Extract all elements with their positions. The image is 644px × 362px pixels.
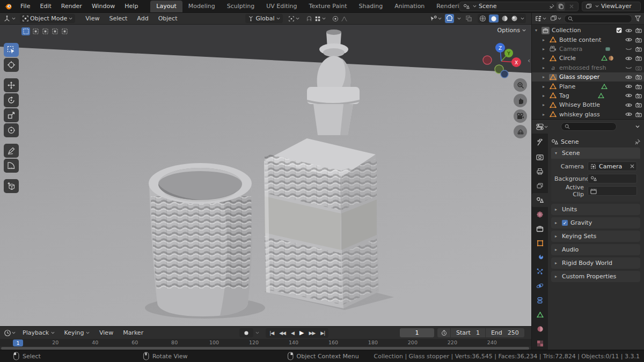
display-mode-dropdown[interactable] (549, 14, 562, 23)
outliner-item-row[interactable]: ▸whiskey glass (532, 110, 644, 119)
editor-type-3d-viewport-icon[interactable] (2, 14, 17, 23)
proportional-editing-icon[interactable] (331, 14, 340, 23)
properties-tab-object-data[interactable] (532, 308, 548, 322)
current-frame-marker[interactable]: 1 (13, 339, 23, 346)
rotate-tool-button[interactable] (4, 93, 19, 107)
zoom-button[interactable] (514, 78, 527, 92)
properties-search-input[interactable] (561, 122, 617, 131)
outliner-item-row[interactable]: ▸Bottle content (532, 35, 644, 44)
snap-magnet-icon[interactable] (305, 14, 313, 23)
outliner-search-input[interactable] (564, 14, 632, 23)
outliner-item-label[interactable]: Whisey Bottle (559, 101, 625, 108)
menu-window[interactable]: Window (87, 3, 120, 10)
shading-material-icon[interactable] (501, 15, 508, 22)
transform-tool-button[interactable] (4, 123, 19, 137)
properties-tab-collection[interactable] (532, 221, 548, 235)
timeline-menu-playback[interactable]: Playback (18, 329, 60, 336)
jump-start-button[interactable]: |◀ (267, 330, 276, 336)
field-value[interactable]: Camera (588, 161, 637, 171)
properties-tab-physics[interactable] (532, 279, 548, 293)
shading-wireframe-icon[interactable] (479, 15, 486, 22)
properties-tab-particles[interactable] (532, 265, 548, 279)
end-frame-field[interactable]: End250 (486, 328, 524, 337)
annotate-tool-button[interactable] (4, 144, 19, 158)
prev-keyframe-button[interactable]: ◀◀ (276, 330, 288, 336)
outliner-item-row[interactable]: ▸Glass stopper (532, 72, 644, 82)
properties-tab-constraints[interactable] (532, 293, 548, 307)
select-mode-new-icon[interactable] (21, 27, 30, 35)
disclosure-collapsed-icon[interactable]: ▸ (543, 47, 549, 51)
camera-view-button[interactable] (514, 109, 527, 123)
disclosure-collapsed-icon[interactable]: ▸ (543, 56, 549, 61)
render-camera-icon[interactable] (635, 65, 642, 71)
properties-tab-modifiers[interactable] (532, 250, 548, 264)
timeline-menu-marker[interactable]: Marker (118, 329, 148, 336)
editor-type-outliner-icon[interactable] (534, 14, 547, 23)
start-frame-field[interactable]: Start1 (451, 328, 485, 337)
outliner-item-row[interactable]: ▸Circle (532, 54, 644, 63)
cursor-tool-button[interactable] (4, 58, 19, 72)
shading-dropdown[interactable] (521, 17, 524, 20)
viewlayer-selector[interactable]: ViewLayer (582, 2, 641, 11)
render-camera-icon[interactable] (635, 84, 642, 90)
jump-end-button[interactable]: ▶| (318, 330, 327, 336)
show-overlays-toggle[interactable] (445, 14, 454, 23)
eye-open-icon[interactable] (625, 28, 632, 33)
properties-tab-object[interactable] (532, 236, 548, 250)
pivot-point-dropdown[interactable] (287, 14, 301, 23)
menu-help[interactable]: Help (120, 3, 143, 10)
workspace-tab-modeling[interactable]: Modeling (182, 1, 221, 12)
auto-keying-record-button[interactable] (239, 328, 253, 337)
mode-selector[interactable]: Object Mode (20, 14, 75, 23)
eye-open-icon[interactable] (625, 102, 632, 108)
overlays-dropdown[interactable] (456, 14, 462, 23)
panel-header[interactable]: ▸Audio (551, 244, 640, 255)
viewport-options-dropdown[interactable]: Options (497, 27, 526, 34)
eye-open-icon[interactable] (625, 37, 632, 42)
properties-options-dropdown[interactable] (634, 122, 641, 131)
eye-closed-icon[interactable] (625, 46, 632, 51)
eye-open-icon[interactable] (625, 84, 632, 89)
eye-open-icon[interactable] (625, 112, 632, 117)
panel-header[interactable]: ▸✓Gravity (551, 217, 640, 228)
snap-settings-dropdown[interactable] (313, 14, 327, 23)
exclude-checkbox[interactable] (616, 27, 622, 33)
outliner-item-row[interactable]: ▸Whisey Bottle (532, 100, 644, 109)
menu-render[interactable]: Render (56, 3, 87, 10)
play-button[interactable]: ▶ (297, 329, 306, 336)
select-box-tool-button[interactable] (4, 43, 19, 57)
pan-hand-button[interactable] (514, 94, 527, 107)
new-scene-button[interactable] (557, 2, 565, 11)
panel-header[interactable]: ▸Units (551, 204, 640, 215)
viewport-menu-object[interactable]: Object (153, 15, 182, 22)
filter-icon[interactable] (634, 14, 642, 23)
editor-type-properties-icon[interactable] (535, 122, 549, 131)
measure-tool-button[interactable] (4, 159, 19, 173)
pin-icon[interactable] (549, 4, 554, 9)
disclosure-collapsed-icon[interactable]: ▸ (543, 75, 549, 79)
disclosure-expanded-icon[interactable]: ▾ (535, 28, 541, 33)
render-camera-icon[interactable] (635, 27, 642, 33)
disclosure-collapsed-icon[interactable]: ▸ (543, 84, 549, 89)
transform-orientation-dropdown[interactable]: Global (245, 14, 282, 23)
eye-closed-icon[interactable] (625, 65, 632, 70)
outliner-item-label[interactable]: Glass stopper (559, 73, 625, 80)
outliner-item-row[interactable]: ▸Plane (532, 82, 644, 91)
render-camera-icon[interactable] (635, 55, 642, 61)
outliner-item-row[interactable]: ▸Camera (532, 45, 644, 54)
select-mode-subtract-icon[interactable] (41, 27, 49, 35)
viewport-menu-add[interactable]: Add (132, 15, 153, 22)
shading-rendered-icon[interactable] (511, 15, 518, 22)
render-camera-icon[interactable] (635, 93, 642, 99)
viewport-3d[interactable]: Options Z Y X ‹ (0, 25, 531, 326)
scene-selector[interactable]: Scene (459, 2, 579, 11)
shading-solid-icon[interactable] (489, 14, 499, 23)
panel-header[interactable]: ▸Keying Sets (551, 231, 640, 242)
properties-tab-scene[interactable] (532, 193, 548, 207)
current-frame-field[interactable]: 1 (400, 328, 434, 337)
workspace-tab-shading[interactable]: Shading (353, 1, 389, 12)
panel-header[interactable]: ▸Custom Properties (551, 271, 640, 282)
outliner-item-label[interactable]: Tag (559, 92, 596, 99)
collection-label[interactable]: Collection (552, 27, 616, 34)
menu-edit[interactable]: Edit (35, 3, 56, 10)
